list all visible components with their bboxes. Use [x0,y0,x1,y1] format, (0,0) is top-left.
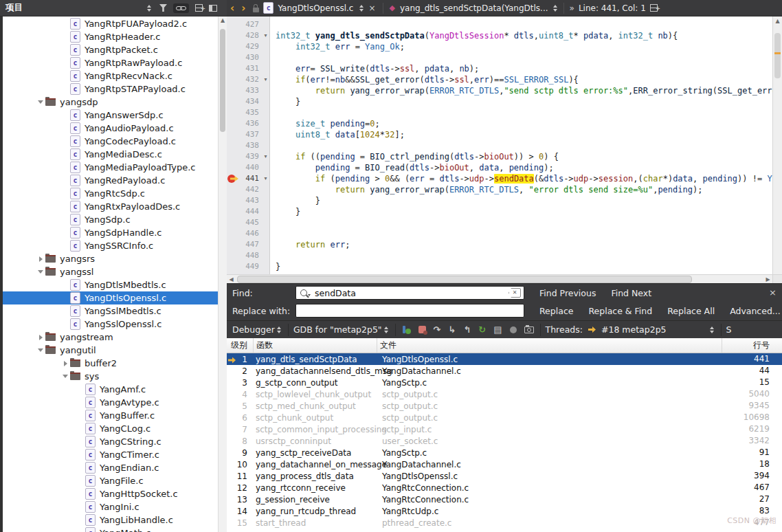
line-number[interactable]: 435 [227,107,261,118]
tree-item[interactable]: cYangSslMbedtls.c [3,304,218,318]
tree-item[interactable]: yangssl [3,265,218,278]
editor-vertical-scrollbar[interactable]: ▲ [772,16,782,274]
code-line[interactable]: 443 } [227,195,772,206]
replace-all-button[interactable]: Replace All [667,306,715,316]
tree-item[interactable]: cYangRtpHeader.c [3,30,218,43]
sidebar-scroll-thumb[interactable] [220,29,225,132]
log-icon[interactable]: ▤ [493,325,502,335]
line-number[interactable]: 434 [227,96,261,107]
code-line[interactable]: 440 pending = BIO_read(dtls->bioOut, dat… [227,162,772,173]
code-line[interactable]: 437 uint8_t data[1024*32]; [227,129,772,140]
code-line[interactable]: 447 return err; [227,239,772,250]
tree-item[interactable]: cYangLibHandle.c [3,513,218,527]
code-line[interactable]: 442 return yang_error_wrap(ERROR_RTC_DTL… [227,184,772,195]
tree-item[interactable]: cYangSdp.c [3,213,218,226]
stack-frame-row[interactable]: 9yang_sctp_receiveDataYangSctp.c91 [227,447,782,458]
symbol-combo-arrows-icon[interactable] [551,5,559,12]
expander-closed-icon[interactable] [36,335,45,340]
tree-item[interactable]: cYangCodecPayload.c [3,135,218,148]
stack-frame-row[interactable]: 13g_session_receiveYangRtcConnection.c27 [227,494,782,505]
stack-frame-row[interactable]: 8usrsctp_conninputuser_socket.c3342 [227,435,782,447]
tree-item[interactable]: cYangAvtype.c [3,396,218,409]
replace-button[interactable]: Replace [539,306,573,316]
thread-combo-arrows-icon[interactable] [708,326,716,333]
tree-item[interactable]: cYangRtpFUAPayload2.c [3,17,218,30]
replace-input-box[interactable] [295,304,524,318]
stack-frame-row[interactable]: 2yang_datachannelsend_dtls_msgYangDatach… [227,365,782,377]
collapse-panel-icon[interactable] [209,5,217,12]
symbol-selector-label[interactable]: yang_dtls_sendSctpData(YangDtls... [400,3,548,13]
stack-frame-row[interactable]: 4sctp_lowlevel_chunk_outputsctp_output.c… [227,388,782,400]
tree-item[interactable]: yangutil [3,344,218,357]
link-with-editor-button[interactable] [173,3,189,13]
stack-frame-row[interactable]: 6sctp_chunk_outputsctp_output.c10698 [227,412,782,423]
interrupt-icon[interactable] [418,326,426,333]
code-line[interactable]: 448 [227,250,772,261]
code-line[interactable]: 449} [227,261,772,272]
filter-icon[interactable] [159,4,167,12]
step-out-icon[interactable]: ↰ [463,325,471,335]
lock-icon[interactable] [253,8,259,12]
line-number[interactable]: 427 [227,19,261,30]
clear-search-icon[interactable]: ✕ [509,288,521,298]
editor-hscroll-thumb[interactable] [237,276,692,283]
tree-item[interactable]: cYangMediaDesc.c [3,148,218,161]
code-line[interactable]: 446 [227,228,772,239]
find-next-button[interactable]: Find Next [611,288,651,298]
line-number[interactable]: 445 [227,217,261,228]
record-icon[interactable] [510,326,517,333]
tree-item[interactable]: cYangBuffer.c [3,409,218,422]
code-line[interactable]: 436 size_t pending=0; [227,118,772,129]
split-editor-icon[interactable]: + [650,4,658,12]
tree-item[interactable]: cYangCLog.c [3,422,218,435]
line-number[interactable]: 432 [227,74,261,85]
stack-frame-row[interactable]: 11yang_process_dtls_dataYangDtlsOpenssl.… [227,470,782,482]
line-number[interactable]: 430 [227,52,261,63]
editor-vscroll-thumb[interactable] [774,33,781,78]
code-line[interactable]: 431 err= SSL_write(dtls->ssl, pdata, nb)… [227,63,772,74]
tree-item[interactable]: cYangRtpSTAPPayload.c [3,82,218,96]
code-line[interactable]: 433 return yang_error_wrap(ERROR_RTC_DTL… [227,85,772,96]
stack-frame-row[interactable]: 10yang_datachannel_on_messageYangDatacha… [227,458,782,470]
replace-and-find-button[interactable]: Replace & Find [588,306,652,316]
stack-frame-row[interactable]: 7sctp_common_input_processingsctp_input.… [227,423,782,435]
snapshot-icon[interactable] [524,326,534,333]
expander-open-icon[interactable] [36,348,45,352]
tree-item[interactable]: cYangFile.c [3,474,218,487]
tree-item[interactable]: cYangDtlsMbedtls.c [3,278,218,291]
split-panel-icon[interactable]: + [195,4,203,12]
editor-horizontal-scrollbar[interactable]: ◀ ▶ [227,274,772,283]
line-number[interactable]: 433 [227,85,261,96]
stack-header-file[interactable]: 文件 [377,338,722,353]
tree-item[interactable]: cYangAmf.c [3,383,218,396]
line-number[interactable]: 440 [227,162,261,173]
code-line[interactable]: 434 } [227,96,772,107]
code-line[interactable]: 435 [227,107,772,118]
stack-header-function[interactable]: 函数 [253,338,377,353]
close-file-icon[interactable]: × [366,3,378,13]
tree-item[interactable]: cYangCString.c [3,435,218,448]
line-number[interactable]: 436 [227,118,261,129]
stack-frame-row[interactable]: 14yang_run_rtcudp_threadYangRtcUdp.c83 [227,505,782,517]
tree-item[interactable]: cYangAudioPayload.c [3,122,218,135]
code-line[interactable]: 430 [227,52,772,63]
stack-frame-row[interactable]: 1yang_dtls_sendSctpDataYangDtlsOpenssl.c… [227,353,782,365]
tree-item[interactable]: cYangRtpRecvNack.c [3,69,218,82]
line-number[interactable]: 448 [227,250,261,261]
tree-item[interactable]: cYangAnswerSdp.c [3,109,218,122]
expander-open-icon[interactable] [36,270,45,274]
line-number[interactable]: 442 [227,184,261,195]
line-number[interactable]: 437 [227,129,261,140]
debugger-combo-arrows-icon[interactable] [275,326,283,333]
stack-frame-row[interactable]: 5sctp_med_chunk_outputsctp_output.c9345 [227,400,782,412]
forward-icon[interactable]: › [238,3,249,13]
find-input-box[interactable]: ✕ [295,286,524,300]
tree-item[interactable]: cYangRtxPayloadDes.c [3,200,218,213]
scroll-up-icon[interactable]: ▲ [773,16,782,25]
tree-item[interactable]: cYangIni.c [3,500,218,513]
thread-select[interactable]: #18 metap2p5 [601,324,667,335]
code-line[interactable]: 441▾ if (pending > 0&& (err = dtls->udp-… [227,173,772,184]
stack-frame-row[interactable]: 3g_sctp_conn_outputYangSctp.c15 [227,377,782,388]
tree-item[interactable]: cYangHttpSocket.c [3,487,218,500]
line-number[interactable]: 446 [227,228,261,239]
